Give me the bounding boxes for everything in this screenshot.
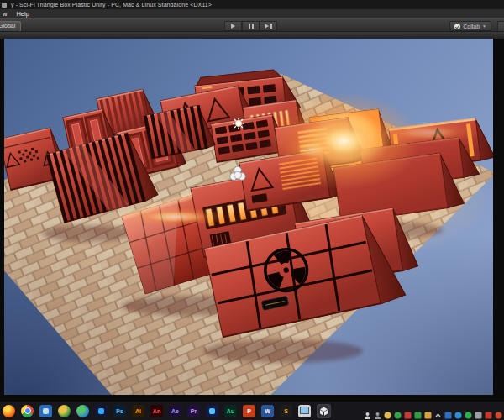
tray-yellow[interactable] xyxy=(384,407,391,415)
pause-button[interactable] xyxy=(242,21,260,31)
play-icon xyxy=(231,24,235,29)
taskbar-app-audition[interactable]: Au xyxy=(224,405,237,417)
taskbar-app-globe-blue[interactable] xyxy=(76,405,89,417)
directional-light-gizmo[interactable] xyxy=(233,118,244,129)
taskbar-app-firefox[interactable] xyxy=(3,405,15,417)
menu-item-help[interactable]: Help xyxy=(16,9,29,18)
taskbar-app-premiere[interactable]: Pr xyxy=(187,405,200,417)
taskbar-app-photoshop[interactable]: Ps xyxy=(113,405,126,417)
play-button[interactable] xyxy=(224,21,242,31)
taskbar-app-word[interactable]: W xyxy=(261,405,274,417)
tray-shield[interactable] xyxy=(394,407,402,415)
window-icon xyxy=(2,3,7,8)
taskbar-app-globe-green[interactable] xyxy=(58,405,71,417)
window-bottom-edge xyxy=(0,395,504,402)
taskbar-app-after-effects[interactable]: Ae xyxy=(169,405,181,417)
game-viewport-frame xyxy=(0,39,504,395)
tray-chevron[interactable] xyxy=(434,407,442,415)
taskbar-app-chrome[interactable] xyxy=(21,405,34,417)
tray-blue-square[interactable] xyxy=(444,407,452,415)
taskbar-app-rush[interactable] xyxy=(206,405,218,417)
transport-controls xyxy=(224,21,277,31)
tray-green-circle[interactable] xyxy=(465,407,472,415)
taskbar-app-system-window[interactable] xyxy=(298,405,311,417)
desktop-screen: y - Sci-Fi Triangle Box Plastic Unity - … xyxy=(0,0,504,420)
step-button[interactable] xyxy=(260,21,277,31)
chevron-down-icon: ▼ xyxy=(482,24,486,29)
title-bar: y - Sci-Fi Triangle Box Plastic Unity - … xyxy=(0,0,504,9)
taskbar-apps: PsAiAnAePrAuPWS xyxy=(0,404,331,418)
pause-icon xyxy=(249,24,250,29)
tray-red-2[interactable] xyxy=(485,407,492,415)
taskbar-app-powerpoint[interactable]: P xyxy=(243,405,255,417)
window-title: y - Sci-Fi Triangle Box Plastic Unity - … xyxy=(11,2,212,8)
tray-person[interactable] xyxy=(364,407,371,415)
taskbar-app-creative-dark[interactable] xyxy=(95,405,108,417)
tray-blue-circle[interactable] xyxy=(454,407,462,415)
active-app-highlight xyxy=(317,404,331,418)
taskbar-app-unity[interactable] xyxy=(318,405,330,417)
toolbar-partial-button[interactable] xyxy=(497,21,504,32)
tray-green[interactable] xyxy=(414,407,422,415)
tray-grid[interactable] xyxy=(475,407,482,415)
tray-red-square[interactable] xyxy=(404,407,412,415)
taskbar-app-s-yellow[interactable]: S xyxy=(280,405,292,417)
system-tray xyxy=(364,407,504,415)
tray-multi[interactable] xyxy=(424,407,432,415)
gameview-header-strip xyxy=(0,32,504,39)
taskbar-app-illustrator[interactable]: Ai xyxy=(132,405,144,417)
menu-bar: w Help xyxy=(0,9,504,18)
tray-swoosh[interactable] xyxy=(495,407,502,415)
collab-check-icon xyxy=(454,24,460,29)
taskbar-app-animate[interactable]: An xyxy=(150,405,163,417)
unity-toolbar: Global Collab ▼ xyxy=(0,18,504,32)
game-viewport[interactable] xyxy=(4,39,493,395)
menu-item-w[interactable]: w xyxy=(3,9,7,18)
taskbar-app-search-blue[interactable] xyxy=(39,405,52,417)
step-icon xyxy=(265,24,269,29)
collab-button[interactable]: Collab ▼ xyxy=(449,21,491,31)
tray-person-2[interactable] xyxy=(374,407,381,415)
global-toggle-button[interactable]: Global xyxy=(0,21,21,32)
taskbar: PsAiAnAePrAuPWS xyxy=(0,402,504,420)
